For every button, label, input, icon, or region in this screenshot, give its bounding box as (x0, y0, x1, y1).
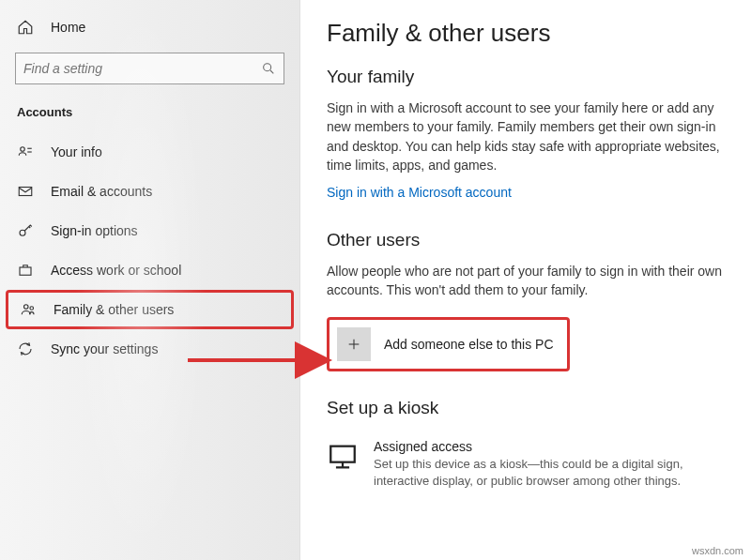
sidebar-item-email[interactable]: Email & accounts (0, 172, 299, 211)
assigned-access-text: Assigned access Set up this device as a … (374, 439, 721, 490)
svg-point-2 (21, 147, 25, 152)
svg-point-0 (264, 64, 271, 71)
your-family-heading: Your family (327, 67, 725, 87)
svg-rect-7 (20, 267, 31, 275)
assigned-access-title: Assigned access (374, 439, 721, 454)
your-family-desc: Sign in with a Microsoft account to see … (327, 98, 725, 174)
assigned-access-desc: Set up this device as a kiosk—this could… (374, 456, 721, 490)
svg-rect-5 (19, 188, 32, 196)
other-users-desc: Allow people who are not part of your fa… (327, 262, 725, 300)
sidebar-item-signin[interactable]: Sign-in options (0, 211, 299, 250)
people-icon (20, 301, 37, 318)
add-user-label: Add someone else to this PC (384, 337, 554, 352)
main-panel: Family & other users Your family Sign in… (300, 0, 751, 560)
assigned-access-row[interactable]: Assigned access Set up this device as a … (327, 430, 725, 490)
svg-line-1 (270, 70, 273, 73)
mail-icon (17, 183, 34, 200)
svg-point-9 (30, 307, 34, 310)
search-container (0, 43, 299, 99)
sidebar-item-label: Sync your settings (51, 341, 158, 356)
svg-rect-12 (330, 446, 355, 462)
search-input[interactable] (23, 61, 261, 76)
search-box[interactable] (15, 53, 284, 84)
search-icon (261, 61, 276, 76)
svg-point-6 (20, 230, 25, 235)
sidebar-item-label: Family & other users (54, 302, 174, 317)
briefcase-icon (17, 262, 34, 279)
plus-icon (346, 337, 361, 352)
add-user-plus-button[interactable] (337, 327, 371, 361)
sidebar-item-label: Your info (51, 144, 102, 159)
watermark: wsxdn.com (692, 545, 743, 556)
sidebar-item-work-school[interactable]: Access work or school (0, 250, 299, 290)
other-users-heading: Other users (327, 230, 725, 250)
add-user-row[interactable]: Add someone else to this PC (327, 317, 570, 371)
svg-point-8 (24, 305, 29, 310)
sidebar-item-sync[interactable]: Sync your settings (0, 329, 299, 369)
sidebar-item-family[interactable]: Family & other users (6, 290, 294, 329)
sync-icon (17, 341, 34, 357)
signin-microsoft-link[interactable]: Sign in with a Microsoft account (327, 185, 512, 200)
key-icon (17, 222, 34, 239)
sidebar-item-label: Email & accounts (51, 184, 152, 199)
sidebar-item-your-info[interactable]: Your info (0, 132, 299, 172)
settings-sidebar: Home Accounts Your info Email & accounts… (0, 0, 300, 560)
person-id-icon (17, 144, 34, 160)
nav-home[interactable]: Home (0, 11, 299, 43)
sidebar-item-label: Access work or school (51, 263, 181, 278)
home-icon (17, 19, 34, 36)
sidebar-item-label: Sign-in options (51, 223, 138, 238)
kiosk-heading: Set up a kiosk (327, 398, 725, 418)
page-title: Family & other users (327, 19, 725, 48)
monitor-icon (327, 441, 359, 473)
sidebar-section-label: Accounts (0, 99, 299, 132)
nav-home-label: Home (51, 20, 85, 35)
